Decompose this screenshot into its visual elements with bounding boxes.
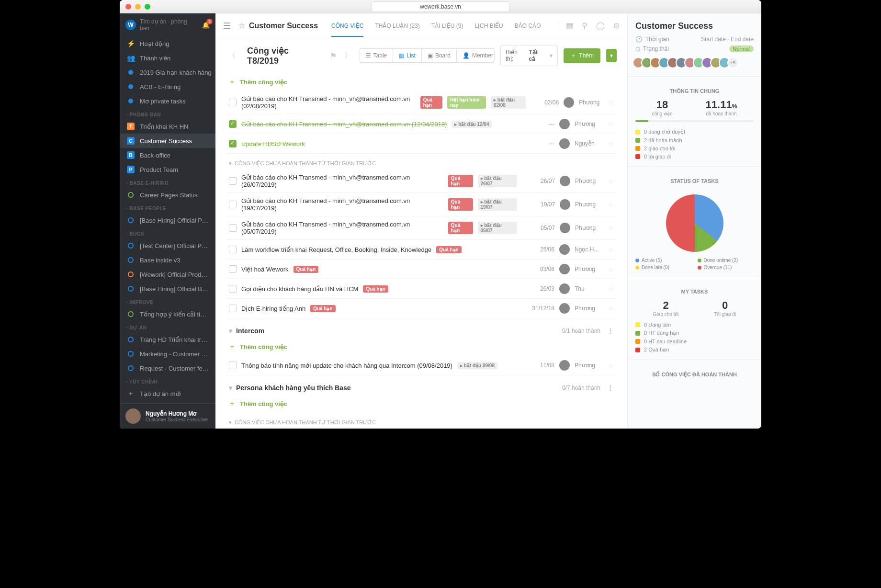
plus-icon: ＋ (229, 399, 235, 408)
sidebar-item[interactable]: BBack-office (120, 148, 215, 162)
add-button[interactable]: ＋ Thêm (564, 48, 600, 63)
sidebar-item[interactable]: [Base Hiring] Official Produ... (120, 213, 215, 227)
header: ☰ ☆ Customer Success CÔNG VIỆCTHẢO LUẬN … (215, 13, 627, 38)
sidebar-item[interactable]: ＋Tạo dự án mới (120, 386, 215, 401)
star-icon[interactable]: ☆ (608, 285, 614, 293)
task-tag: Quá hạn (448, 198, 473, 211)
task-row[interactable]: Gửi báo cáo cho KH Transmed - minh_vh@tr… (226, 91, 617, 114)
more-icon[interactable]: ⋮ (607, 327, 614, 335)
sidebar-item[interactable]: [Base Hiring] Official Bug H... (120, 282, 215, 296)
task-row[interactable]: Việt hoá WeworkQuá hạn03/06Phương☆ (226, 260, 617, 279)
add-dropdown-button[interactable]: ▾ (606, 49, 617, 62)
location-icon[interactable]: ⊙ (613, 21, 620, 30)
star-icon[interactable]: ☆ (608, 140, 614, 147)
user-role: Customer Success Executive (146, 417, 210, 422)
browser-url[interactable]: wework.base.vn (372, 1, 509, 12)
sidebar-item[interactable]: Mơ private tasks (120, 94, 215, 108)
star-icon[interactable]: ☆ (608, 266, 614, 273)
sidebar-item[interactable]: ACB - E-Hiring (120, 79, 215, 94)
view-list[interactable]: ▦List (393, 49, 422, 62)
add-task-button[interactable]: ＋Thêm công việc (226, 338, 617, 356)
prev-period-button[interactable]: 〈 (226, 49, 237, 63)
filter-dropdown[interactable]: Hiển thị: Tất cả ▾ (500, 45, 558, 66)
sidebar-item[interactable]: Base inside v3 (120, 253, 215, 267)
add-task-button[interactable]: ＋Thêm công việc (226, 73, 617, 91)
notifications-icon[interactable]: 🔔3 (202, 22, 210, 29)
star-icon[interactable]: ☆ (608, 121, 614, 128)
task-checkbox[interactable] (229, 305, 237, 312)
header-tab[interactable]: BÁO CÁO (515, 15, 541, 37)
task-group-header[interactable]: ▾Persona khách hàng yêu thích Base0/7 ho… (226, 375, 617, 395)
sidebar-item[interactable]: [Test Center] Official Project (120, 238, 215, 253)
task-checkbox[interactable] (229, 362, 237, 369)
search-icon[interactable]: ⚲ (582, 21, 587, 30)
close-window-icon[interactable] (125, 4, 131, 10)
more-icon[interactable]: ⋮ (607, 384, 614, 392)
sidebar-item[interactable]: Request - Customer feedba... (120, 361, 215, 375)
task-row[interactable]: Gửi báo cáo cho KH Transmed - minh_vh@tr… (226, 170, 617, 193)
task-row[interactable]: Update HDSD Wework---Nguyễn☆ (226, 134, 617, 154)
apps-icon[interactable]: ▦ (559, 21, 573, 30)
task-group-header[interactable]: ▾Intercom0/1 hoàn thành⋮ (226, 318, 617, 338)
task-checkbox[interactable] (229, 265, 237, 273)
star-icon[interactable]: ☆ (608, 305, 614, 312)
sidebar-item[interactable]: 👥Thành viên (120, 51, 215, 65)
star-icon[interactable]: ☆ (238, 21, 245, 30)
task-checkbox[interactable] (229, 201, 237, 208)
next-period-button[interactable]: 〉 (342, 49, 354, 63)
sidebar-item[interactable]: Marketing - Customer Succ... (120, 347, 215, 361)
sidebar-item[interactable]: CCustomer Success (120, 134, 215, 148)
assignee-name: Phương (579, 99, 603, 106)
header-tab[interactable]: CÔNG VIỆC (331, 15, 363, 37)
sidebar-user[interactable]: Nguyễn Hương Mơ Customer Success Executi… (120, 403, 215, 429)
star-icon[interactable]: ☆ (608, 201, 614, 208)
header-tab[interactable]: THẢO LUẬN (23) (375, 15, 419, 37)
task-checkbox[interactable] (229, 285, 237, 293)
task-checkbox[interactable] (229, 177, 237, 185)
more-members[interactable]: +5 (727, 57, 739, 68)
task-row[interactable]: Gửi báo cáo cho KH Transmed - minh_vh@tr… (226, 216, 617, 240)
sidebar-search[interactable]: Tìm dự án · phòng ban (140, 18, 198, 32)
task-row[interactable]: Thông báo tính năng mới update cho khách… (226, 356, 617, 375)
task-checkbox[interactable] (229, 140, 237, 147)
sidebar-item[interactable]: PProduct Team (120, 162, 215, 177)
sidebar-item[interactable]: Career Pages Status (120, 188, 215, 202)
sidebar-item[interactable]: 2019 Gia hạn khách hàng (120, 65, 215, 79)
task-checkbox[interactable] (229, 224, 237, 232)
star-icon[interactable]: ☆ (608, 246, 614, 253)
chevron-down-icon: ▾ (550, 52, 553, 59)
sidebar-item[interactable]: ⚡Hoạt động (120, 36, 215, 51)
legend-item: 0 HT sau deadline (635, 339, 754, 344)
star-icon[interactable]: ☆ (608, 99, 614, 106)
task-checkbox[interactable] (229, 246, 237, 253)
view-board[interactable]: ▣Board (422, 49, 457, 62)
sidebar-item[interactable]: Trang HD Triển khai trên W... (120, 332, 215, 347)
view-member[interactable]: 👤Member (457, 49, 495, 62)
star-icon[interactable]: ☆ (608, 178, 614, 185)
sidebar-item[interactable]: [Wework] Official Product D... (120, 267, 215, 282)
task-row[interactable]: Làm workflow triển khai Request, Office,… (226, 240, 617, 260)
sidebar-item[interactable]: Tổng hợp ý kiến cải tiến Ba... (120, 307, 215, 321)
star-icon[interactable]: ☆ (608, 362, 614, 369)
task-row[interactable]: Dịch E-hiring tiếng AnhQuá hạn31/12/18Ph… (226, 299, 617, 318)
header-tab[interactable]: TÀI LIỆU (9) (431, 15, 463, 37)
task-title: Gửi báo cáo cho KH Transmed - minh_vh@tr… (241, 221, 443, 235)
task-checkbox[interactable] (229, 99, 237, 106)
menu-icon[interactable]: ☰ (223, 21, 231, 31)
legend-item: 2 đã hoàn thành (635, 137, 754, 143)
header-tab[interactable]: LỊCH BIỂU (474, 15, 503, 37)
app-logo[interactable]: W (125, 20, 136, 30)
task-row[interactable]: Gửi báo cáo cho KH Transmed - minh_vh@tr… (226, 193, 617, 216)
task-checkbox[interactable] (229, 120, 237, 128)
maximize-window-icon[interactable] (145, 4, 150, 10)
add-task-button[interactable]: ＋Thêm công việc (226, 395, 617, 413)
help-icon[interactable]: ◯ (596, 21, 605, 30)
star-icon[interactable]: ☆ (608, 225, 614, 232)
sidebar-item[interactable]: TTriển khai KH HN (120, 119, 215, 134)
task-tag: ▸ bắt đầu 26/07 (478, 175, 518, 187)
minimize-window-icon[interactable] (135, 4, 141, 10)
task-row[interactable]: Gửi báo cáo cho KH Transmed - minh_vh@tr… (226, 114, 617, 134)
task-row[interactable]: Gọi điện cho khách hàng đầu HN và HCMQuá… (226, 279, 617, 299)
view-table[interactable]: ☰Table (360, 49, 394, 62)
flag-icon[interactable]: ⚑ (330, 51, 337, 60)
